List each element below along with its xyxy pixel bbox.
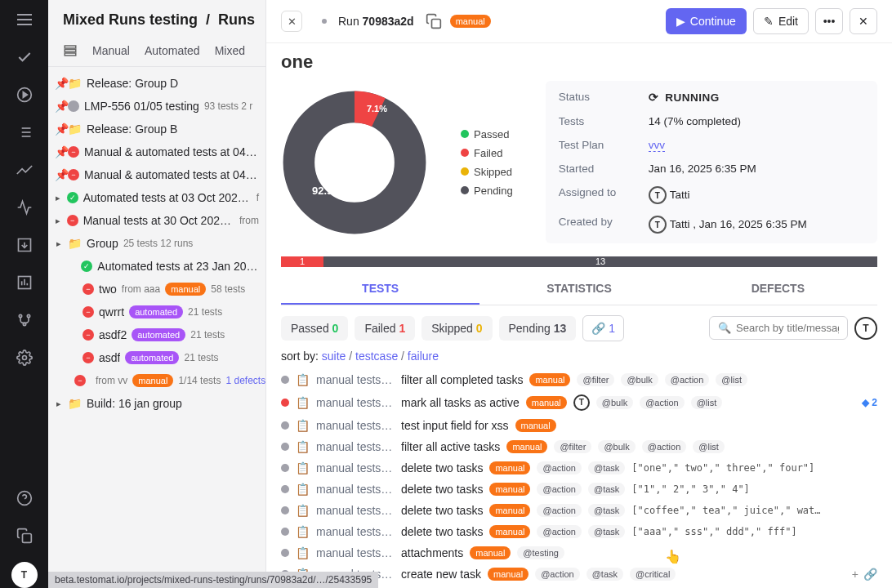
test-row[interactable]: 📋manual tests…test input field for xssma… <box>281 415 877 436</box>
pin-icon: 📌 <box>55 122 63 136</box>
tree-item[interactable]: −asdfautomated21 tests <box>48 346 265 369</box>
tab-defects[interactable]: DEFECTS <box>679 274 877 305</box>
tab-statistics[interactable]: STATISTICS <box>479 274 678 305</box>
tree-meta: 21 tests <box>188 306 222 318</box>
tag-pill[interactable]: @action <box>537 525 582 538</box>
search-icon: 🔍 <box>718 322 731 334</box>
chevron-icon[interactable]: ▸ <box>55 399 63 409</box>
bar-chart-icon[interactable] <box>13 271 36 294</box>
trend-icon[interactable] <box>13 158 36 181</box>
tag-pill[interactable]: @critical <box>630 568 676 581</box>
tree-item[interactable]: 📌−Manual & automated tests at 04 Dec 2 <box>48 140 265 163</box>
pulse-icon[interactable] <box>13 196 36 219</box>
tag-pill[interactable]: @task <box>588 483 625 496</box>
tag-pill[interactable]: @task <box>588 504 625 517</box>
sort-failure[interactable]: failure <box>408 350 439 363</box>
close-button[interactable]: ✕ <box>281 11 302 32</box>
list-toggle-icon[interactable] <box>63 43 78 58</box>
tree-item[interactable]: 📌📁Release: Group B <box>48 118 265 140</box>
tag-pill[interactable]: @action <box>537 504 582 517</box>
tree-item[interactable]: −asdf2automated21 tests <box>48 323 265 346</box>
chevron-icon[interactable]: ▸ <box>55 216 62 226</box>
sidebar: Mixed Runs testing / Runs Manual Automat… <box>48 0 266 588</box>
test-row[interactable]: 📋manual tests…delete two tasksmanual@act… <box>281 521 877 542</box>
link-filter[interactable]: 🔗 1 <box>582 315 624 341</box>
filter-skipped[interactable]: Skipped 0 <box>421 316 492 341</box>
tag-pill[interactable]: @bulk <box>596 396 633 409</box>
tab-mixed[interactable]: Mixed <box>215 44 245 57</box>
tree-item[interactable]: −onefrom vvmanual1/14 tests1 defects <box>48 369 265 392</box>
list-icon[interactable] <box>13 121 36 144</box>
test-row[interactable]: 📋manual tests…delete two tasksmanual@act… <box>281 500 877 521</box>
tree-defects[interactable]: 1 defects <box>225 375 265 386</box>
tag-pill[interactable]: @list <box>716 373 747 386</box>
tab-automated[interactable]: Automated <box>145 44 200 57</box>
tag-pill[interactable]: @task <box>586 568 623 581</box>
chevron-icon[interactable]: ▸ <box>55 193 62 203</box>
tree-item[interactable]: ▸📁Group25 tests 12 runs <box>48 232 265 255</box>
tag-pill[interactable]: @action <box>640 396 685 409</box>
filter-passed[interactable]: Passed 0 <box>281 316 348 341</box>
test-row[interactable]: 📋manual tests…mark all tasks as activema… <box>281 390 877 415</box>
tag-pill[interactable]: @action <box>537 483 582 496</box>
filter-failed[interactable]: Failed 1 <box>355 316 415 341</box>
tag-pill[interactable]: @action <box>665 373 710 386</box>
search-box[interactable]: 🔍 <box>709 316 848 340</box>
close-panel-button[interactable]: ✕ <box>850 8 877 34</box>
tag-pill[interactable]: @bulk <box>621 373 658 386</box>
filter-pending[interactable]: Pending 13 <box>499 316 577 341</box>
tag-pill[interactable]: @action <box>537 461 582 474</box>
breadcrumb-project[interactable]: Mixed Runs testing <box>63 11 198 28</box>
run-type-pill: automated <box>125 351 179 364</box>
gear-icon[interactable] <box>13 346 36 369</box>
tag-pill[interactable]: @task <box>588 461 625 474</box>
hamburger-icon[interactable] <box>13 8 36 31</box>
tag-pill[interactable]: @filter <box>577 373 614 386</box>
assignee-filter-icon[interactable]: T <box>854 317 877 340</box>
branch-icon[interactable] <box>13 309 36 332</box>
add-icon[interactable]: + <box>852 568 859 581</box>
tag-pill[interactable]: @action <box>535 568 580 581</box>
tag-pill[interactable]: @list <box>691 396 723 409</box>
tab-tests[interactable]: TESTS <box>281 274 479 305</box>
test-row[interactable]: 📋manual tests…delete two tasksmanual@act… <box>281 479 877 500</box>
test-row[interactable]: 📋manual tests…attachmentsmanual@testing <box>281 542 877 564</box>
tag-pill[interactable]: @action <box>642 440 687 453</box>
logo-avatar[interactable]: T <box>11 562 38 588</box>
tag-pill[interactable]: @filter <box>554 440 591 453</box>
tab-manual[interactable]: Manual <box>92 44 130 57</box>
tree-item[interactable]: ▸−Manual tests at 30 Oct 2024 19:32from <box>48 209 265 232</box>
test-row[interactable]: 📋manual tests…delete two tasksmanual@act… <box>281 457 877 479</box>
tag-pill[interactable]: @task <box>588 525 625 538</box>
test-row[interactable]: 📋manual tests…filter all completed tasks… <box>281 369 877 390</box>
tree-item[interactable]: −qwrrtautomated21 tests <box>48 301 265 323</box>
test-row[interactable]: 📋manual tests…filter all active tasksman… <box>281 436 877 457</box>
tree-item[interactable]: 📌LMP-556 01/05 testing93 tests 2 r <box>48 95 265 118</box>
tree-item[interactable]: ▸📁Build: 16 jan group <box>48 392 265 415</box>
check-icon[interactable] <box>13 46 36 69</box>
more-button[interactable]: ••• <box>815 8 843 34</box>
sort-testcase[interactable]: testcase <box>355 350 398 363</box>
tree-item[interactable]: ▸✓Automated tests at 03 Oct 2024 21:15f <box>48 186 265 209</box>
edit-button[interactable]: ✎ Edit <box>753 8 809 34</box>
copy-stack-icon[interactable] <box>13 524 36 547</box>
import-icon[interactable] <box>13 234 36 256</box>
tree-item[interactable]: ✓Automated tests at 23 Jan 2025 10:08 <box>48 255 265 278</box>
chevron-icon[interactable]: ▸ <box>55 238 63 249</box>
tag-pill[interactable]: @testing <box>517 546 564 559</box>
help-icon[interactable] <box>13 487 36 510</box>
plan-link[interactable]: vvv <box>649 139 665 152</box>
defect-badge[interactable]: ◆ 2 <box>862 397 877 408</box>
sort-suite[interactable]: suite <box>322 350 346 363</box>
tree-item[interactable]: 📌−Manual & automated tests at 04 Dec 2 <box>48 163 265 186</box>
search-input[interactable] <box>736 322 839 334</box>
tag-pill[interactable]: @list <box>693 440 725 453</box>
tag-pill[interactable]: @bulk <box>598 440 635 453</box>
continue-button[interactable]: ▶ Continue <box>666 8 747 34</box>
link-icon[interactable]: 🔗 <box>863 568 877 581</box>
tree-counts: 25 tests 12 runs <box>123 238 193 249</box>
tree-item[interactable]: −twofrom aaamanual58 tests <box>48 278 265 301</box>
play-icon[interactable] <box>13 83 36 106</box>
tree-item[interactable]: 📌📁Release: Group D <box>48 72 265 95</box>
copy-icon[interactable] <box>426 13 442 29</box>
